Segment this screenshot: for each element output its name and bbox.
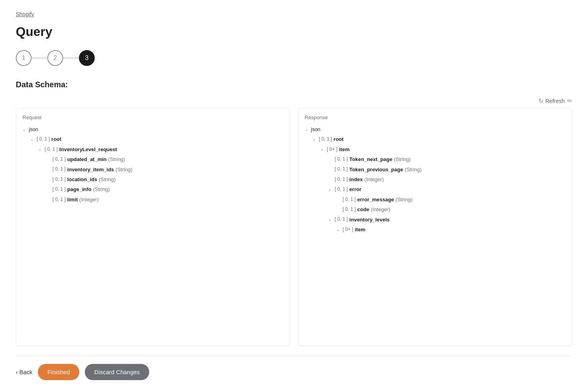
limit-row: [ 0, 1 ] limit (Integer)	[46, 195, 283, 204]
error-bracket: [ 0, 1 ]	[335, 185, 348, 194]
root-bracket: [ 0, 1 ]	[37, 135, 50, 144]
resp-item-row: ⌄ [ 0+ ] item	[320, 144, 566, 154]
discard-changes-button[interactable]: Discard Changes	[85, 364, 149, 380]
response-root-row: ⌄ [ 0, 1 ] root	[313, 134, 566, 144]
back-button[interactable]: ‹ Back	[16, 369, 32, 375]
loc-ids-bracket: [ 0, 1 ]	[52, 175, 66, 184]
inventory-levels-row: ⌄ [ 0, 1 ] inventory_levels	[328, 215, 566, 225]
chevron-down-icon: ⌄	[328, 186, 333, 193]
il-bracket: [ 0, 1 ]	[335, 215, 348, 224]
response-panel: Response ⌄ json ⌄ [ 0, 1 ] root	[298, 108, 572, 346]
response-tree: ⌄ json ⌄ [ 0, 1 ] root ⌄ [ 0+ ]	[305, 124, 566, 234]
chevron-down-icon: ⌄	[305, 126, 309, 133]
index-name: index	[349, 175, 363, 184]
code-bracket: [ 0, 1 ]	[343, 205, 356, 214]
chevron-down-icon: ⌄	[22, 126, 27, 133]
token-next-page-row: [ 0, 1 ] Token_next_page (String)	[328, 154, 566, 164]
json-label: json	[29, 125, 38, 134]
error-name: error	[349, 185, 361, 194]
error-message-name: error_message	[357, 195, 394, 204]
step-connector-1	[32, 58, 47, 58]
refresh-button[interactable]: ↻ Refresh	[538, 97, 565, 105]
chevron-down-icon: ⌄	[328, 216, 333, 223]
chevron-down-icon: ⌄	[30, 136, 35, 143]
response-panel-label: Response	[305, 114, 566, 120]
request-tree: ⌄ json ⌄ [ 0, 1 ] root ⌄ [ 0, 1 ]	[22, 124, 283, 204]
root-name: root	[51, 135, 61, 144]
step-2[interactable]: 2	[47, 50, 63, 66]
resp-root-bracket: [ 0, 1 ]	[319, 135, 332, 144]
token-prev-page-name: Token_previous_page	[349, 165, 403, 174]
footer: ‹ Back Finished Discard Changes	[16, 356, 572, 388]
pencil-icon: ✏	[567, 97, 572, 105]
token-next-page-type: (String)	[394, 155, 411, 164]
request-root-children: ⌄ [ 0, 1 ] InventoryLevel_request [ 0, 1…	[38, 144, 283, 204]
il-item-name: item	[355, 225, 365, 234]
limit-bracket: [ 0, 1 ]	[52, 195, 66, 204]
step-1[interactable]: 1	[16, 50, 32, 66]
inventory-bracket: [ 0, 1 ]	[45, 145, 58, 154]
index-type: (Integer)	[364, 175, 384, 184]
no-chevron	[328, 156, 333, 163]
inventory-levels-children: ⌄ [ 0+ ] item	[336, 225, 566, 234]
request-json-children: ⌄ [ 0, 1 ] root ⌄ [ 0, 1 ] InventoryLeve…	[30, 134, 283, 204]
updated-at-min-name: updated_at_min	[67, 155, 107, 164]
page-info-name: page_info	[67, 185, 91, 194]
refresh-icon: ↻	[538, 97, 543, 105]
tnp-bracket: [ 0, 1 ]	[335, 155, 348, 164]
edit-button[interactable]: ✏	[567, 97, 572, 105]
updated-at-min-row: [ 0, 1 ] updated_at_min (String)	[46, 154, 283, 164]
finished-button[interactable]: Finished	[38, 364, 79, 380]
no-chevron	[46, 166, 51, 173]
request-panel: Request ⌄ json ⌄ [ 0, 1 ] root	[16, 108, 290, 346]
response-json-children: ⌄ [ 0, 1 ] root ⌄ [ 0+ ] item	[313, 134, 566, 234]
page-info-bracket: [ 0, 1 ]	[52, 185, 66, 194]
resp-item-children: [ 0, 1 ] Token_next_page (String) [ 0, 1…	[328, 154, 566, 234]
page-container: Shopify Query 1 2 3 Data Schema: ↻ Refre…	[0, 0, 588, 388]
inventory-item-ids-name: inventory_item_ids	[67, 165, 114, 174]
il-item-bracket: [ 0+ ]	[343, 225, 353, 234]
toolbar-row: ↻ Refresh ✏	[16, 97, 572, 105]
location-ids-row: [ 0, 1 ] location_ids (String)	[46, 174, 283, 184]
location-ids-name: location_ids	[67, 175, 97, 184]
no-chevron	[328, 166, 333, 173]
resp-root-name: root	[333, 135, 343, 144]
step-3[interactable]: 3	[79, 50, 95, 66]
inv-ids-bracket: [ 0, 1 ]	[52, 165, 66, 174]
error-children: [ 0, 1 ] error_message (String) [ 0, 1 ]…	[336, 195, 566, 215]
no-chevron	[46, 186, 51, 193]
section-title: Data Schema:	[16, 80, 572, 89]
inventory-level-request-children: [ 0, 1 ] updated_at_min (String) [ 0, 1 …	[46, 154, 283, 204]
schema-panels: Request ⌄ json ⌄ [ 0, 1 ] root	[16, 108, 572, 346]
chevron-down-icon: ⌄	[313, 136, 317, 143]
token-prev-page-type: (String)	[405, 165, 422, 174]
resp-json-label: json	[311, 125, 320, 134]
chevron-down-icon: ⌄	[38, 146, 43, 153]
inventory-level-request-row: ⌄ [ 0, 1 ] InventoryLevel_request	[38, 144, 283, 154]
error-message-row: [ 0, 1 ] error_message (String)	[336, 195, 566, 204]
tpp-bracket: [ 0, 1 ]	[335, 165, 348, 174]
inventory-level-request-name: InventoryLevel_request	[59, 145, 117, 154]
error-message-type: (String)	[396, 195, 413, 204]
resp-item-bracket: [ 0+ ]	[327, 145, 337, 154]
no-chevron	[46, 176, 51, 183]
index-bracket: [ 0, 1 ]	[335, 175, 348, 184]
resp-item-name: item	[339, 145, 350, 154]
code-type: (Integer)	[371, 205, 390, 214]
no-chevron	[46, 156, 51, 163]
updated-at-min-type: (String)	[108, 155, 125, 164]
limit-name: limit	[67, 195, 78, 204]
request-root-row: ⌄ [ 0, 1 ] root	[30, 134, 283, 144]
no-chevron	[46, 196, 51, 203]
token-prev-page-row: [ 0, 1 ] Token_previous_page (String)	[328, 165, 566, 174]
breadcrumb[interactable]: Shopify	[16, 11, 572, 17]
refresh-label: Refresh	[545, 98, 565, 104]
chevron-down-icon: ⌄	[336, 226, 341, 233]
no-chevron	[336, 196, 341, 203]
response-json-row: ⌄ json	[305, 124, 566, 134]
em-bracket: [ 0, 1 ]	[343, 195, 356, 204]
back-chevron-icon: ‹	[16, 369, 18, 375]
index-row: [ 0, 1 ] index (Integer)	[328, 174, 566, 184]
chevron-down-icon: ⌄	[320, 146, 325, 153]
request-panel-label: Request	[22, 114, 283, 120]
